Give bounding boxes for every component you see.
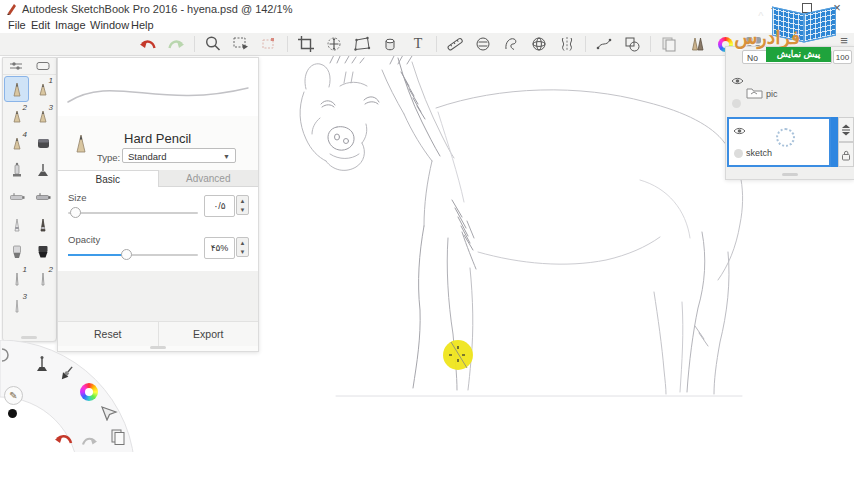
size-stepper[interactable]: ▲▼ bbox=[236, 195, 249, 215]
palette-sliders-icon[interactable] bbox=[9, 57, 23, 75]
menu-file[interactable]: File bbox=[8, 19, 26, 31]
lock-state-icon bbox=[732, 99, 741, 108]
layer-loading-spinner bbox=[776, 128, 795, 147]
size-label: Size bbox=[68, 192, 86, 203]
brush-eraser[interactable] bbox=[30, 130, 55, 156]
ruler-icon[interactable] bbox=[445, 35, 465, 53]
type-label: Type: bbox=[97, 152, 120, 163]
lagoon-ring-icon[interactable] bbox=[0, 348, 12, 366]
paste-selection-icon bbox=[259, 35, 279, 53]
opacity-slider-thumb[interactable] bbox=[121, 249, 132, 260]
brush-pencil-2[interactable]: 2 bbox=[4, 103, 29, 129]
visibility-eye-icon[interactable] bbox=[733, 126, 746, 136]
transform-puck-icon[interactable] bbox=[100, 405, 118, 425]
lagoon-layers-icon[interactable] bbox=[110, 428, 126, 449]
size-value[interactable]: ۰/۵ bbox=[204, 195, 235, 217]
brush-airbrush[interactable] bbox=[4, 157, 29, 183]
size-slider-thumb[interactable] bbox=[70, 207, 81, 218]
brush-marker-flat[interactable] bbox=[30, 238, 55, 264]
opacity-value[interactable]: ۴۵% bbox=[204, 237, 235, 259]
brush-fine-3[interactable]: 3 bbox=[4, 292, 29, 318]
brush-ink-pen-dark[interactable] bbox=[30, 211, 55, 237]
brush-stamp[interactable] bbox=[30, 157, 55, 183]
brush-hard-pencil[interactable] bbox=[4, 76, 29, 102]
ellipse-guide-icon[interactable] bbox=[473, 35, 493, 53]
french-curve-icon[interactable] bbox=[501, 35, 521, 53]
menu-image[interactable]: Image bbox=[55, 19, 86, 31]
brush-ink-pen[interactable] bbox=[4, 211, 29, 237]
crop-icon[interactable] bbox=[296, 35, 316, 53]
panel-drag-handle[interactable] bbox=[150, 346, 166, 349]
layer-reorder-handle[interactable] bbox=[838, 117, 854, 142]
layer-opacity-field[interactable]: 100 bbox=[833, 50, 852, 64]
brush-grid: 1 2 3 4 1 2 3 bbox=[3, 75, 56, 319]
brush-marker-chisel[interactable] bbox=[4, 238, 29, 264]
brush-cursor bbox=[441, 338, 475, 372]
menu-help[interactable]: Help bbox=[131, 19, 154, 31]
symmetry-icon[interactable] bbox=[557, 35, 577, 53]
tab-advanced[interactable]: Advanced bbox=[159, 170, 259, 187]
brush-library-icon[interactable] bbox=[687, 35, 707, 53]
window-title: Autodesk SketchBook Pro 2016 - hyena.psd… bbox=[22, 3, 292, 15]
layer-row-pic[interactable]: pic bbox=[727, 69, 839, 115]
lagoon-undo-icon[interactable] bbox=[54, 431, 74, 450]
brush-tool-icon[interactable] bbox=[58, 364, 76, 386]
distort-icon[interactable] bbox=[352, 35, 372, 53]
brush-pencil-1[interactable]: 1 bbox=[30, 76, 55, 102]
layer-lock-icon[interactable] bbox=[838, 142, 854, 167]
size-slider[interactable] bbox=[68, 212, 198, 214]
title-bar: Autodesk SketchBook Pro 2016 - hyena.psd… bbox=[0, 0, 854, 18]
export-button[interactable]: Export bbox=[159, 322, 259, 346]
type-dropdown[interactable]: Standard▼ bbox=[122, 148, 236, 163]
current-color-swatch[interactable] bbox=[8, 409, 17, 418]
select-icon[interactable] bbox=[231, 35, 251, 53]
tray-chevron-icon[interactable]: ^ bbox=[758, 10, 763, 22]
opacity-slider[interactable] bbox=[68, 254, 198, 256]
dropdown-arrow-icon: ▼ bbox=[223, 149, 230, 164]
selected-layer-strip bbox=[831, 117, 838, 167]
menu-edit[interactable]: Edit bbox=[31, 19, 50, 31]
redo-icon[interactable] bbox=[166, 35, 186, 53]
visibility-eye-icon[interactable] bbox=[731, 76, 744, 86]
opacity-stepper[interactable]: ▲▼ bbox=[236, 237, 249, 257]
layers-panel: No 100 pic sketch bbox=[725, 46, 854, 180]
text-tool-icon[interactable]: T bbox=[408, 35, 428, 53]
preview-badge: پیش نمایش bbox=[766, 47, 831, 62]
brush-spray-1[interactable] bbox=[4, 184, 29, 210]
brush-palette: 1 2 3 4 1 2 3 bbox=[2, 57, 57, 342]
brush-properties-panel: Hard Pencil Type: Standard▼ Basic Advanc… bbox=[57, 57, 259, 352]
brush-spray-2[interactable] bbox=[30, 184, 55, 210]
opacity-section: Opacity ۴۵% ▲▼ bbox=[58, 229, 258, 272]
lagoon-redo-icon[interactable] bbox=[80, 433, 98, 451]
zoom-icon[interactable] bbox=[203, 35, 223, 53]
brush-fine-2[interactable]: 2 bbox=[30, 265, 55, 291]
layer-name: pic bbox=[766, 89, 778, 99]
brush-name: Hard Pencil bbox=[124, 131, 191, 146]
color-puck-icon[interactable] bbox=[80, 383, 98, 401]
folder-thumbnail-icon bbox=[746, 86, 763, 99]
brush-pencil-4[interactable]: 4 bbox=[4, 130, 29, 156]
layer-editor-icon[interactable] bbox=[659, 35, 679, 53]
undo-icon[interactable] bbox=[138, 35, 158, 53]
brush-fine-1[interactable]: 1 bbox=[4, 265, 29, 291]
current-tool-badge[interactable]: ✎ bbox=[4, 386, 23, 405]
shapes-icon[interactable] bbox=[622, 35, 642, 53]
app-window: Autodesk SketchBook Pro 2016 - hyena.psd… bbox=[0, 0, 854, 480]
layers-drag-handle[interactable] bbox=[782, 173, 798, 176]
brush-pencil-3[interactable]: 3 bbox=[30, 103, 55, 129]
menu-window[interactable]: Window bbox=[90, 19, 129, 31]
brush-empty-slot bbox=[30, 292, 55, 318]
perspective-icon[interactable] bbox=[529, 35, 549, 53]
palette-collapse-icon[interactable] bbox=[36, 57, 50, 75]
opacity-label: Opacity bbox=[68, 234, 100, 245]
layer-row-sketch[interactable]: sketch bbox=[727, 117, 831, 167]
steady-stroke-icon[interactable] bbox=[594, 35, 614, 53]
sketchbook-app-icon bbox=[6, 3, 17, 15]
lock-state-icon bbox=[734, 149, 743, 158]
transform-icon[interactable] bbox=[324, 35, 344, 53]
palette-drag-handle[interactable] bbox=[21, 336, 37, 339]
steady-stroke-tool-icon[interactable] bbox=[34, 355, 50, 377]
fill-icon[interactable] bbox=[380, 35, 400, 53]
brand-name: فرادرس bbox=[716, 26, 800, 49]
tab-basic[interactable]: Basic bbox=[58, 170, 159, 187]
